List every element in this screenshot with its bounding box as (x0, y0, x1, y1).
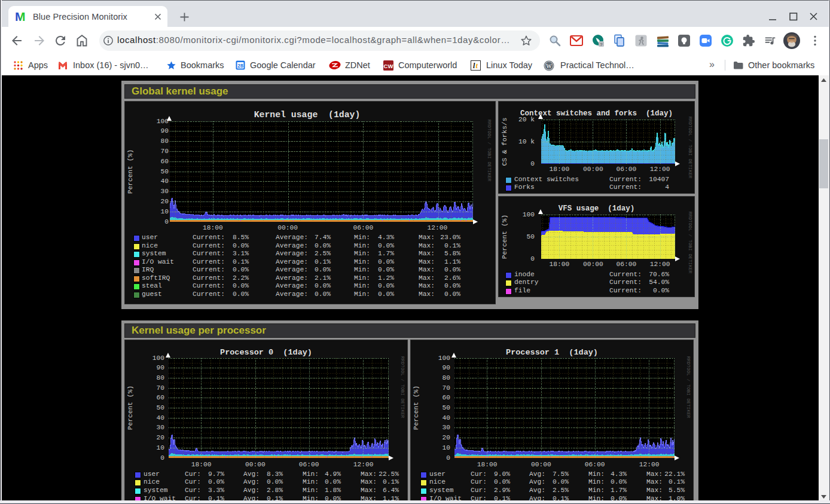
svg-text:W: W (546, 63, 552, 69)
svg-text:28: 28 (237, 63, 243, 69)
svg-text:CW: CW (384, 63, 393, 69)
svg-text:?: ? (600, 42, 603, 47)
svg-text:M: M (16, 11, 25, 22)
